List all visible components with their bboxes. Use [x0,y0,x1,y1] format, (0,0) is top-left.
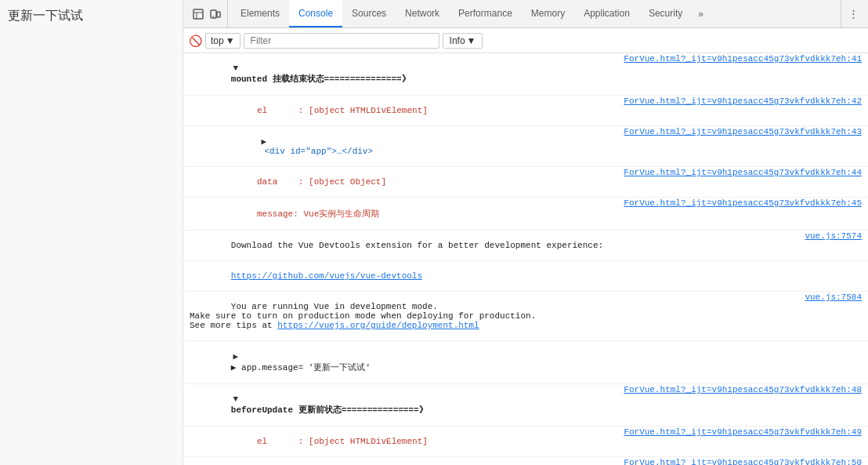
tab-memory[interactable]: Memory [522,0,574,27]
toolbar-icons [186,0,228,27]
app-message-line: ▶ ▶ app.message= '更新一下试试' [183,341,868,384]
tab-performance[interactable]: Performance [449,0,522,27]
mounted-header-line: ▼ mounted 挂载结束状态===============》 ForVue.… [183,53,868,96]
vue-devtools-source[interactable]: vue.js:7574 [805,231,868,241]
beforeupdate-el-text: el : [object HTMLDivElement] [247,437,428,446]
beforeupdate-expand-arrow[interactable]: ▼ [231,394,241,404]
beforeupdate-div-line: ▶ <div id="app">…</div> ForVue.html?_ijt… [183,457,868,465]
mounted-div-line: ▶ <div id="app">…</div> ForVue.html?_ijt… [183,126,868,167]
mounted-header-text: mounted 挂载结束状态===============》 [231,74,410,84]
vue-devtools-line: Download the Vue Devtools extension for … [183,231,868,261]
tab-list: Elements Console Sources Network Perform… [231,0,841,27]
mounted-el-source[interactable]: ForVue.html?_ijt=v9h1pesacc45g73vkfvdkkk… [624,96,868,106]
console-content[interactable]: ▼ mounted 挂载结束状态===============》 ForVue.… [183,53,868,465]
mounted-data-line: data : [object Object] ForVue.html?_ijt=… [183,167,868,198]
clear-console-icon[interactable]: 🚫 [188,34,202,48]
info-dropdown-icon: ▼ [467,35,476,46]
mounted-div-arrow[interactable]: ▶ [259,136,269,147]
tab-console[interactable]: Console [289,0,342,27]
app-message-arrow[interactable]: ▶ [231,351,241,361]
devtools-panel: Elements Console Sources Network Perform… [183,0,868,465]
context-dropdown-icon: ▼ [226,35,235,46]
vue-devtools-link[interactable]: https://github.com/vuejs/vue-devtools [231,271,422,281]
mounted-el-text: el : [object HTMLDivElement] [247,106,428,115]
beforeupdate-el-source[interactable]: ForVue.html?_ijt=v9h1pesacc45g73vkfvdkkk… [624,427,868,437]
filter-input[interactable] [244,33,439,49]
vue-dev-mode-text: You are running Vue in development mode.… [190,302,536,330]
svg-rect-0 [193,9,203,19]
app-message-text: ▶ app.message= '更新一下试试' [231,363,371,372]
mounted-expand-arrow[interactable]: ▼ [231,64,241,73]
tab-network[interactable]: Network [396,0,449,27]
vue-devtools-link-line: https://github.com/vuejs/vue-devtools [183,261,868,292]
mounted-data-source[interactable]: ForVue.html?_ijt=v9h1pesacc45g73vkfvdkkk… [624,168,868,177]
mounted-div-text: <div id="app">…</div> [259,147,373,156]
devtools-toolbar: Elements Console Sources Network Perform… [183,0,868,28]
mounted-data-text: data : [object Object] [247,177,386,187]
info-selector[interactable]: Info ▼ [443,33,483,49]
tab-elements[interactable]: Elements [231,0,289,27]
beforeupdate-header-source[interactable]: ForVue.html?_ijt=v9h1pesacc45g73vkfvdkkk… [624,385,868,394]
tab-sources[interactable]: Sources [342,0,396,27]
mounted-msg-source[interactable]: ForVue.html?_ijt=v9h1pesacc45g73vkfvdkkk… [624,198,868,208]
beforeupdate-header-line: ▼ beforeUpdate 更新前状态===============》 For… [183,384,868,427]
mounted-msg-line: message: Vue实例与生命周期 ForVue.html?_ijt=v9h… [183,198,868,231]
tab-more[interactable]: » [692,0,710,27]
inspect-icon[interactable] [191,7,205,21]
device-icon[interactable] [208,7,222,21]
mounted-el-line: el : [object HTMLDivElement] ForVue.html… [183,96,868,126]
page-heading: 更新一下试试 [8,8,83,24]
vue-devtools-text: Download the Vue Devtools extension for … [231,241,603,250]
vue-deployment-link[interactable]: https://vuejs.org/guide/deployment.html [277,321,479,330]
beforeupdate-div-source[interactable]: ForVue.html?_ijt=v9h1pesacc45g73vkfvdkkk… [624,458,868,465]
tab-application[interactable]: Application [574,0,639,27]
console-filter-bar: 🚫 top ▼ Info ▼ [183,28,868,53]
mounted-header-source[interactable]: ForVue.html?_ijt=v9h1pesacc45g73vkfvdkkk… [624,54,868,64]
mounted-msg-text: message: Vue实例与生命周期 [247,209,379,219]
tab-security[interactable]: Security [639,0,692,27]
toolbar-end: ⋮ [841,0,865,27]
page-area: 更新一下试试 [0,0,183,465]
vue-dev-mode-source[interactable]: vue.js:7584 [805,292,868,302]
beforeupdate-el-line: el : [object HTMLDivElement] ForVue.html… [183,427,868,457]
vue-dev-mode-line: You are running Vue in development mode.… [183,292,868,341]
mounted-div-source[interactable]: ForVue.html?_ijt=v9h1pesacc45g73vkfvdkkk… [624,127,868,136]
svg-rect-4 [217,12,220,17]
beforeupdate-header-text: beforeUpdate 更新前状态===============》 [231,405,428,415]
context-selector[interactable]: top ▼ [205,33,241,49]
more-options-icon[interactable]: ⋮ [846,7,860,21]
